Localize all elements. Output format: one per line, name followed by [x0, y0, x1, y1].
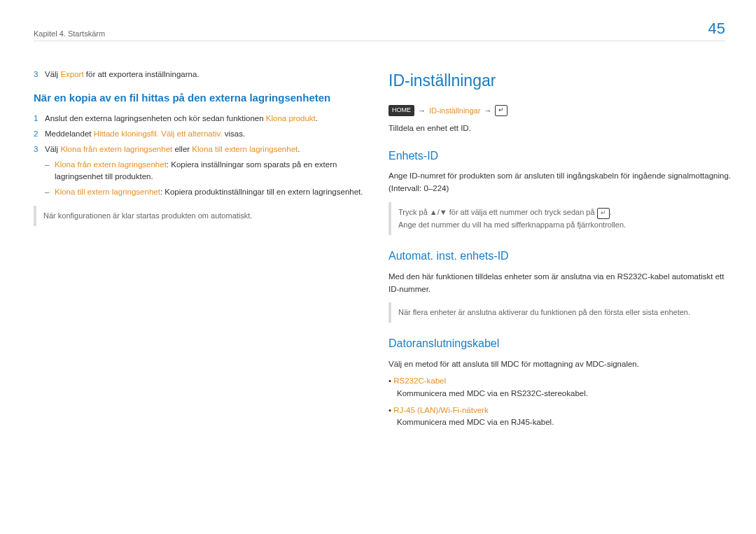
arrow-icon: →	[484, 105, 491, 117]
export-label: Export	[60, 70, 83, 78]
step-number: 3	[34, 69, 45, 81]
clone-to-label: Klona till extern lagringsenhet	[192, 145, 298, 153]
dash-icon: –	[45, 186, 55, 199]
rj45-label: RJ-45 (LAN)/Wi-Fi-nätverk	[393, 406, 488, 414]
pc-cable-heading: Datoranslutningskabel	[388, 335, 732, 353]
text: .	[298, 145, 300, 153]
text: visas.	[225, 129, 245, 138]
text: Välj	[45, 145, 58, 153]
clone-product-label: Klona produkt	[266, 114, 316, 122]
rs232c-label: RS232C-kabel	[393, 377, 446, 385]
option-rs232c: • RS232C-kabel Kommunicera med MDC via e…	[388, 375, 732, 400]
step-number: 1	[34, 113, 45, 125]
option-list: • RS232C-kabel Kommunicera med MDC via e…	[388, 375, 732, 429]
text: Välj	[45, 70, 58, 78]
text: Tryck på ▲/▼ för att välja ett nummer oc…	[398, 208, 595, 216]
assign-text: Tilldela en enhet ett ID.	[388, 122, 732, 135]
enter-icon: ↵	[597, 208, 610, 219]
text: Välj en metod för att ansluta till MDC f…	[388, 358, 732, 371]
step-1: 1 Anslut den externa lagringsenheten och…	[34, 113, 370, 125]
text: Ange det nummer du vill ha med sifferkna…	[398, 219, 724, 231]
home-badge: HOME	[388, 105, 414, 116]
left-column: 3 Välj Export för att exportera inställn…	[34, 69, 370, 226]
text: .	[316, 114, 318, 122]
note-box: När konfigurationen är klar startas prod…	[34, 206, 370, 226]
note-box: När flera enheter är anslutna aktiverar …	[388, 302, 732, 323]
page-number: 45	[708, 20, 725, 38]
chapter-label: Kapitel 4. Startskärm	[34, 29, 105, 38]
bullet-clone-from: – Klona från extern lagringsenhet: Kopie…	[45, 159, 370, 184]
text: eller	[174, 145, 190, 153]
step-number: 3	[34, 143, 45, 156]
text: Kommunicera med MDC via en RJ45-kabel.	[397, 416, 554, 429]
auto-set-heading: Automat. inst. enhets-ID	[388, 248, 732, 265]
clone-from-label: Klona från extern lagringsenhet	[60, 145, 172, 153]
text: för att exportera inställningarna.	[86, 70, 200, 78]
note-box: Tryck på ▲/▼ för att välja ett nummer oc…	[388, 202, 732, 235]
text: : Kopiera produktinställningar till en e…	[160, 188, 363, 196]
subsection-heading: När en kopia av en fil hittas på den ext…	[34, 90, 370, 106]
text: Kommunicera med MDC via en RS232C-stereo…	[397, 388, 588, 400]
right-column: ID-inställningar HOME → ID-inställningar…	[388, 69, 732, 433]
step-3: 3 Välj Klona från extern lagringsenhet e…	[34, 143, 370, 156]
clone-to-label: Klona till extern lagringsenhet	[55, 188, 160, 196]
dash-icon: –	[45, 159, 55, 184]
step-number: 2	[34, 128, 45, 141]
breadcrumb: HOME → ID-inställningar → ↵	[388, 105, 732, 117]
text: Meddelandet	[45, 129, 92, 138]
text: .	[610, 208, 612, 216]
step-2: 2 Meddelandet Hittade kloningsfil. Välj …	[34, 128, 370, 141]
clone-from-label: Klona från extern lagringsenhet	[55, 160, 167, 169]
message-label: Hittade kloningsfil. Välj ett alternativ…	[94, 129, 223, 138]
text: Med den här funktionen tilldelas enheter…	[388, 271, 732, 296]
enter-icon: ↵	[495, 105, 507, 116]
main-heading: ID-inställningar	[388, 69, 732, 94]
text: Anslut den externa lagringsenheten och k…	[45, 114, 264, 122]
id-settings-label: ID-inställningar	[429, 105, 480, 117]
enhets-id-heading: Enhets-ID	[388, 148, 732, 165]
divider	[34, 41, 725, 41]
text: Ange ID-numret för produkten som är ansl…	[388, 170, 732, 195]
option-rj45: • RJ-45 (LAN)/Wi-Fi-nätverk Kommunicera …	[388, 405, 732, 430]
arrow-icon: →	[418, 105, 426, 117]
step-3-export: 3 Välj Export för att exportera inställn…	[34, 69, 370, 81]
bullet-clone-to: – Klona till extern lagringsenhet: Kopie…	[45, 186, 370, 199]
